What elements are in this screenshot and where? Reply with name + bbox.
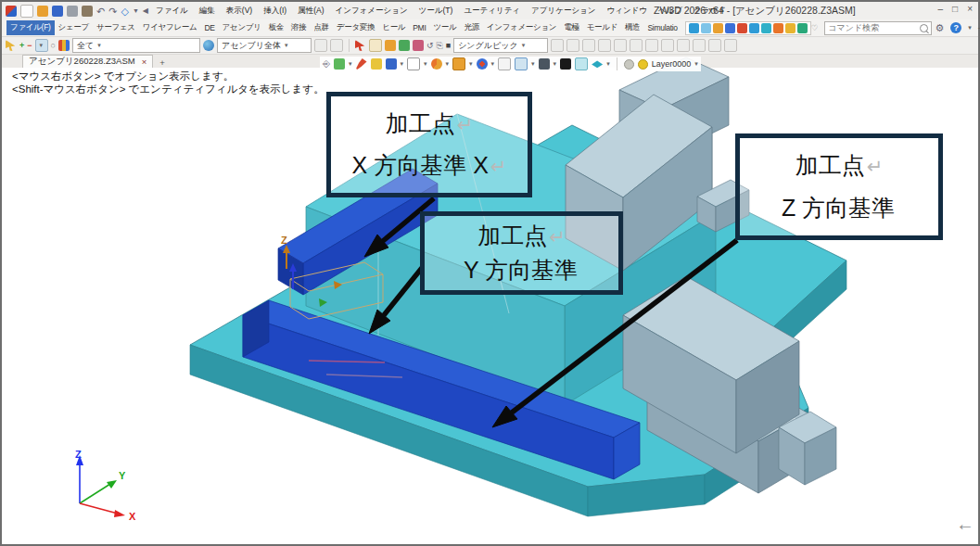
world-triad: Z Y X — [75, 449, 136, 522]
triad-y-label: Y — [119, 470, 126, 481]
annotation-line: 加工点↵ — [477, 221, 566, 251]
wireframe-cube-icon[interactable] — [407, 57, 420, 70]
return-mark-icon: ↵ — [457, 114, 474, 135]
shaded-cube-icon[interactable] — [386, 58, 397, 70]
sketch-pencil-icon[interactable] — [356, 58, 367, 70]
annotation-line: 加工点↵ — [386, 108, 474, 139]
black-rect-icon[interactable] — [560, 58, 571, 70]
triad-z-label: Z — [75, 449, 82, 460]
annotation-line: Z 方向基準 — [782, 193, 897, 223]
exit-view-icon[interactable]: ⎆ — [323, 58, 330, 70]
panel-collapse-arrow-icon[interactable]: ← — [956, 514, 974, 535]
solid-cube-icon[interactable] — [371, 58, 382, 70]
annotation-box-z[interactable]: 加工点↵ Z 方向基準 — [735, 133, 943, 240]
h-align-icon[interactable] — [515, 57, 528, 70]
teal-rect-icon[interactable] — [575, 57, 588, 70]
zw3d-window: ↶ ↷ ◇ ▼ ◀ ファイル 編集 表示(V) 挿入(I) 属性(A) インフォ… — [0, 0, 980, 546]
monitor-icon[interactable] — [539, 58, 550, 70]
view-toolbar: ⎆ ▾ ▾ ▾ ▾ ▾ ▾ ▾ ▾ ▾ Layer0000 ▾ — [320, 57, 701, 71]
bulb-on-icon[interactable] — [638, 59, 648, 70]
layer-combo[interactable]: Layer0000 — [652, 59, 692, 69]
section-sphere-icon[interactable] — [431, 58, 442, 70]
frame-view-icon[interactable] — [452, 57, 465, 70]
annotation-box-x[interactable]: 加工点↵ X 方向基準 X↵ — [326, 92, 532, 197]
return-mark-icon: ↵ — [867, 156, 884, 177]
annotation-line: 加工点↵ — [795, 150, 884, 181]
return-mark-icon: ↵ — [490, 156, 507, 177]
screen-fit-icon[interactable] — [498, 57, 511, 70]
datum-z-label: Z — [281, 235, 287, 246]
layer-dropdown-icon[interactable]: ▾ — [694, 60, 698, 68]
annotation-line: Y 方向基準 — [464, 255, 579, 286]
triad-x-label: X — [129, 511, 136, 522]
annotation-box-y[interactable]: 加工点↵ Y 方向基準 — [420, 211, 623, 295]
return-mark-icon: ↵ — [549, 226, 566, 248]
target-icon[interactable] — [477, 58, 488, 70]
shade-mode-icon[interactable] — [334, 58, 345, 70]
shape-mode-icon[interactable] — [592, 58, 603, 70]
bulb-off-icon[interactable] — [624, 59, 634, 70]
annotation-line: X 方向基準 X↵ — [352, 150, 507, 181]
